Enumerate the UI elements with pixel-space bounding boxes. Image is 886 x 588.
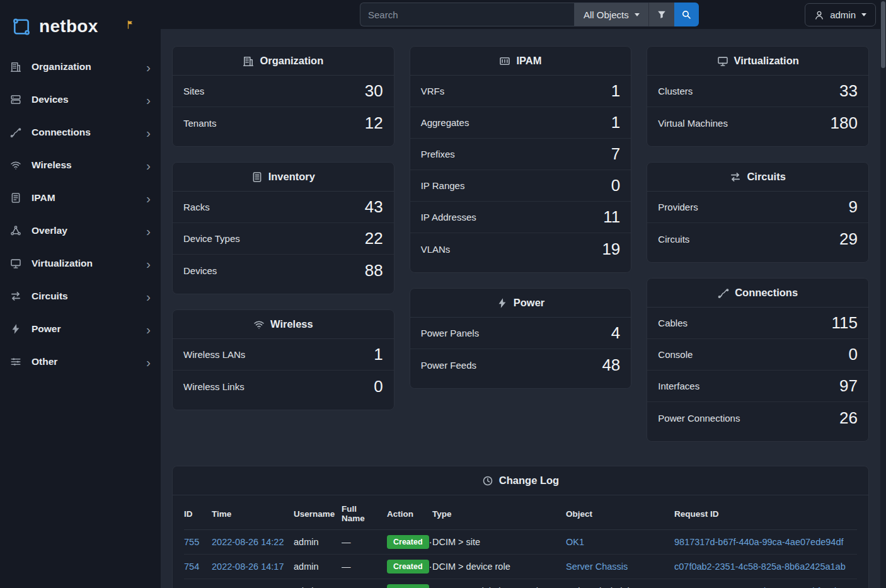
search-group: All Objects bbox=[360, 3, 699, 26]
topbar: All Objects admin bbox=[161, 0, 886, 29]
stat-value-wireless-lans[interactable]: 1 bbox=[374, 345, 383, 364]
stat-label-vrfs[interactable]: VRFs bbox=[421, 86, 445, 96]
stat-value-circuits[interactable]: 29 bbox=[839, 229, 858, 249]
sidebar-item-label: Overlay bbox=[32, 225, 67, 236]
main-content: Organization Sites 30 Tenants 12 bbox=[161, 29, 886, 588]
stat-label-device-types[interactable]: Device Types bbox=[183, 233, 240, 244]
stat-value-virtual-machines[interactable]: 180 bbox=[831, 113, 858, 133]
stat-label-wireless-lans[interactable]: Wireless LANs bbox=[183, 349, 245, 360]
status-badge-created: Created bbox=[387, 560, 429, 574]
card-organization: Organization Sites 30 Tenants 12 bbox=[172, 46, 394, 147]
user-menu-button[interactable]: admin bbox=[805, 3, 876, 26]
stat-label-power-connections[interactable]: Power Connections bbox=[658, 413, 740, 424]
sidebar-item-organization[interactable]: Organization › bbox=[0, 50, 161, 83]
brand[interactable]: netbox bbox=[0, 0, 161, 48]
counter-icon bbox=[499, 55, 510, 67]
stat-label-virtual-machines[interactable]: Virtual Machines bbox=[658, 118, 728, 129]
status-badge-created: Created bbox=[387, 584, 429, 588]
column-header-id: ID bbox=[184, 498, 212, 530]
stat-value-cables[interactable]: 115 bbox=[832, 313, 858, 333]
changelog-object-link[interactable]: OK1 bbox=[566, 537, 584, 547]
changelog-time-link[interactable]: 2022-08-26 14:17 bbox=[212, 562, 284, 572]
stat-label-devices[interactable]: Devices bbox=[183, 265, 217, 276]
stat-label-racks[interactable]: Racks bbox=[183, 202, 210, 212]
stat-label-interfaces[interactable]: Interfaces bbox=[658, 381, 699, 391]
device-stack-icon bbox=[10, 94, 23, 105]
chevron-right-icon: › bbox=[146, 159, 151, 172]
sidebar-item-devices[interactable]: Devices › bbox=[0, 83, 161, 116]
sidebar-item-virtualization[interactable]: Virtualization › bbox=[0, 247, 161, 280]
card-title: IPAM bbox=[516, 55, 541, 67]
search-button[interactable] bbox=[674, 3, 699, 26]
stat-row: IP Addresses 11 bbox=[410, 202, 631, 233]
card-organization-header: Organization bbox=[173, 47, 394, 76]
stat-label-sites[interactable]: Sites bbox=[183, 86, 204, 96]
stat-value-devices[interactable]: 88 bbox=[365, 261, 383, 280]
stat-label-wireless-links[interactable]: Wireless Links bbox=[183, 381, 245, 392]
stat-label-cables[interactable]: Cables bbox=[658, 318, 688, 328]
cable-icon bbox=[10, 127, 23, 138]
stat-value-vrfs[interactable]: 1 bbox=[611, 81, 620, 101]
changelog-request-id-link[interactable]: 9817317d-b67f-440a-99ca-4ae07ede94df bbox=[674, 537, 843, 547]
stat-value-clusters[interactable]: 33 bbox=[839, 81, 858, 101]
sidebar-item-connections[interactable]: Connections › bbox=[0, 116, 161, 149]
stat-value-console[interactable]: 0 bbox=[849, 345, 858, 364]
changelog-time-link[interactable]: 2022-08-26 14:22 bbox=[212, 537, 284, 547]
stat-value-tenants[interactable]: 12 bbox=[365, 113, 383, 133]
stat-value-ip-ranges[interactable]: 0 bbox=[611, 176, 620, 195]
stat-value-aggregates[interactable]: 1 bbox=[611, 113, 620, 132]
search-magnifier-icon bbox=[681, 9, 691, 20]
card-circuits: Circuits Providers 9 Circuits 29 bbox=[647, 162, 869, 263]
stat-label-power-feeds[interactable]: Power Feeds bbox=[421, 360, 476, 371]
stat-value-wireless-links[interactable]: 0 bbox=[374, 377, 383, 396]
stat-value-racks[interactable]: 43 bbox=[365, 197, 383, 217]
stat-value-interfaces[interactable]: 97 bbox=[839, 376, 858, 396]
card-inventory: Inventory Racks 43 Device Types 22 Devic… bbox=[172, 162, 394, 294]
changelog-request-id-link[interactable]: c07f0ab2-2351-4c58-825a-8b6a2425a1ab bbox=[674, 562, 846, 572]
changelog-full-name: — bbox=[342, 555, 387, 579]
sidebar-item-other[interactable]: Other › bbox=[0, 345, 161, 378]
stat-value-power-feeds[interactable]: 48 bbox=[602, 355, 620, 375]
stat-value-sites[interactable]: 30 bbox=[365, 81, 383, 101]
sidebar-item-power[interactable]: Power › bbox=[0, 313, 161, 345]
stat-label-aggregates[interactable]: Aggregates bbox=[421, 117, 469, 128]
filter-button[interactable] bbox=[649, 3, 674, 26]
changelog-id-link[interactable]: 755 bbox=[184, 537, 199, 547]
changelog-username: admin bbox=[294, 579, 342, 588]
sidebar-item-ipam[interactable]: IPAM › bbox=[0, 182, 161, 214]
stat-value-power-panels[interactable]: 4 bbox=[611, 323, 620, 343]
stat-label-ip-ranges[interactable]: IP Ranges bbox=[421, 180, 465, 191]
stat-label-clusters[interactable]: Clusters bbox=[658, 86, 693, 96]
stat-value-vlans[interactable]: 19 bbox=[602, 239, 620, 259]
card-inventory-header: Inventory bbox=[173, 163, 394, 192]
stat-label-ip-addresses[interactable]: IP Addresses bbox=[421, 212, 476, 222]
stat-label-vlans[interactable]: VLANs bbox=[421, 244, 451, 255]
stat-label-prefixes[interactable]: Prefixes bbox=[421, 149, 455, 159]
chevron-right-icon: › bbox=[146, 290, 151, 303]
stat-value-providers[interactable]: 9 bbox=[849, 197, 858, 217]
stat-label-tenants[interactable]: Tenants bbox=[183, 118, 217, 129]
card-ipam: IPAM VRFs 1 Aggregates 1 Prefixes 7 bbox=[410, 46, 632, 273]
search-input[interactable] bbox=[360, 3, 574, 26]
stat-label-console[interactable]: Console bbox=[658, 349, 693, 360]
stat-label-providers[interactable]: Providers bbox=[658, 202, 698, 212]
dashboard-column-2: IPAM VRFs 1 Aggregates 1 Prefixes 7 bbox=[410, 46, 632, 389]
pin-icon[interactable] bbox=[126, 20, 135, 30]
column-header-action: Action bbox=[387, 498, 432, 530]
stat-value-device-types[interactable]: 22 bbox=[365, 229, 383, 248]
person-icon bbox=[814, 10, 824, 20]
object-type-dropdown[interactable]: All Objects bbox=[574, 3, 649, 26]
scrollbar-thumb[interactable] bbox=[881, 1, 885, 68]
stat-value-prefixes[interactable]: 7 bbox=[611, 144, 620, 164]
stat-label-power-panels[interactable]: Power Panels bbox=[421, 328, 480, 338]
sidebar-item-overlay[interactable]: Overlay › bbox=[0, 214, 161, 247]
card-change-log: Change Log ID Time Username Full Name Ac… bbox=[172, 466, 869, 588]
changelog-id-link[interactable]: 754 bbox=[184, 562, 199, 572]
stat-label-circuits[interactable]: Circuits bbox=[658, 234, 689, 245]
sidebar-item-wireless[interactable]: Wireless › bbox=[0, 149, 161, 182]
sidebar-item-circuits[interactable]: Circuits › bbox=[0, 280, 161, 313]
dashboard: Organization Sites 30 Tenants 12 bbox=[172, 46, 869, 442]
stat-value-power-connections[interactable]: 26 bbox=[839, 408, 858, 428]
changelog-object-link[interactable]: Server Chassis bbox=[566, 562, 628, 572]
stat-value-ip-addresses[interactable]: 11 bbox=[603, 207, 620, 227]
